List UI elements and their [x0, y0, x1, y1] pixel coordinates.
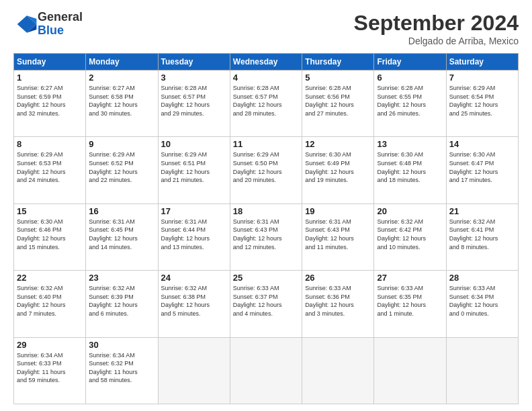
day-number: 10 [161, 139, 227, 149]
logo-general-text: General [38, 11, 83, 24]
day-cell: 3Sunrise: 6:28 AM Sunset: 6:57 PM Daylig… [158, 71, 230, 137]
day-number: 4 [233, 73, 299, 83]
day-info: Sunrise: 6:27 AM Sunset: 6:58 PM Dayligh… [89, 84, 154, 118]
day-info: Sunrise: 6:28 AM Sunset: 6:56 PM Dayligh… [305, 84, 371, 118]
day-cell: 7Sunrise: 6:29 AM Sunset: 6:54 PM Daylig… [446, 71, 518, 137]
day-info: Sunrise: 6:30 AM Sunset: 6:47 PM Dayligh… [449, 150, 515, 184]
header: General Blue September 2024 Delgado de A… [13, 11, 519, 46]
day-cell: 11Sunrise: 6:29 AM Sunset: 6:50 PM Dayli… [230, 137, 302, 203]
day-number: 1 [17, 73, 83, 83]
day-number: 20 [377, 206, 443, 216]
day-cell: 4Sunrise: 6:28 AM Sunset: 6:57 PM Daylig… [230, 71, 302, 137]
logo-icon [16, 13, 38, 35]
day-info: Sunrise: 6:28 AM Sunset: 6:57 PM Dayligh… [233, 84, 299, 118]
day-cell: 28Sunrise: 6:33 AM Sunset: 6:34 PM Dayli… [446, 271, 518, 337]
day-number: 13 [377, 139, 443, 149]
day-cell: 13Sunrise: 6:30 AM Sunset: 6:48 PM Dayli… [374, 137, 446, 203]
day-of-week-saturday: Saturday [446, 54, 518, 71]
day-number: 14 [449, 139, 515, 149]
day-cell [302, 337, 374, 404]
day-number: 23 [89, 273, 154, 283]
day-cell: 18Sunrise: 6:31 AM Sunset: 6:43 PM Dayli… [230, 203, 302, 270]
day-cell: 16Sunrise: 6:31 AM Sunset: 6:45 PM Dayli… [86, 203, 158, 270]
day-info: Sunrise: 6:33 AM Sunset: 6:34 PM Dayligh… [449, 284, 515, 318]
day-info: Sunrise: 6:29 AM Sunset: 6:50 PM Dayligh… [233, 150, 299, 184]
day-info: Sunrise: 6:29 AM Sunset: 6:51 PM Dayligh… [161, 150, 227, 184]
day-info: Sunrise: 6:31 AM Sunset: 6:45 PM Dayligh… [89, 218, 154, 251]
day-cell: 8Sunrise: 6:29 AM Sunset: 6:53 PM Daylig… [14, 137, 86, 203]
day-cell: 25Sunrise: 6:33 AM Sunset: 6:37 PM Dayli… [230, 271, 302, 337]
day-number: 19 [305, 206, 371, 216]
day-info: Sunrise: 6:30 AM Sunset: 6:48 PM Dayligh… [377, 150, 443, 184]
week-row-2: 8Sunrise: 6:29 AM Sunset: 6:53 PM Daylig… [14, 137, 519, 203]
day-info: Sunrise: 6:32 AM Sunset: 6:39 PM Dayligh… [89, 284, 154, 318]
logo-blue-text: Blue [38, 24, 83, 38]
day-info: Sunrise: 6:30 AM Sunset: 6:49 PM Dayligh… [305, 150, 371, 184]
logo-text: General Blue [38, 11, 83, 38]
day-info: Sunrise: 6:33 AM Sunset: 6:37 PM Dayligh… [233, 284, 299, 318]
header-row: SundayMondayTuesdayWednesdayThursdayFrid… [14, 54, 519, 71]
day-number: 28 [449, 273, 515, 283]
day-of-week-sunday: Sunday [14, 54, 86, 71]
day-info: Sunrise: 6:34 AM Sunset: 6:32 PM Dayligh… [89, 351, 154, 385]
day-info: Sunrise: 6:30 AM Sunset: 6:46 PM Dayligh… [17, 218, 83, 251]
day-number: 8 [17, 139, 83, 149]
page: General Blue September 2024 Delgado de A… [0, 0, 532, 411]
day-cell: 9Sunrise: 6:29 AM Sunset: 6:52 PM Daylig… [86, 137, 158, 203]
day-number: 18 [233, 206, 299, 216]
week-row-1: 1Sunrise: 6:27 AM Sunset: 6:59 PM Daylig… [14, 71, 519, 137]
day-number: 3 [161, 73, 227, 83]
day-info: Sunrise: 6:33 AM Sunset: 6:36 PM Dayligh… [305, 284, 371, 318]
day-cell: 22Sunrise: 6:32 AM Sunset: 6:40 PM Dayli… [14, 271, 86, 337]
calendar-body: 1Sunrise: 6:27 AM Sunset: 6:59 PM Daylig… [14, 71, 519, 404]
day-number: 21 [449, 206, 515, 216]
day-cell: 14Sunrise: 6:30 AM Sunset: 6:47 PM Dayli… [446, 137, 518, 203]
day-number: 2 [89, 73, 154, 83]
week-row-3: 15Sunrise: 6:30 AM Sunset: 6:46 PM Dayli… [14, 203, 519, 270]
day-of-week-thursday: Thursday [302, 54, 374, 71]
day-number: 22 [17, 273, 83, 283]
day-cell: 5Sunrise: 6:28 AM Sunset: 6:56 PM Daylig… [302, 71, 374, 137]
day-number: 12 [305, 139, 371, 149]
day-number: 29 [17, 340, 83, 350]
day-number: 16 [89, 206, 154, 216]
day-number: 6 [377, 73, 443, 83]
day-cell: 6Sunrise: 6:28 AM Sunset: 6:55 PM Daylig… [374, 71, 446, 137]
day-cell: 21Sunrise: 6:32 AM Sunset: 6:41 PM Dayli… [446, 203, 518, 270]
day-cell: 30Sunrise: 6:34 AM Sunset: 6:32 PM Dayli… [86, 337, 158, 404]
day-number: 5 [305, 73, 371, 83]
day-number: 24 [161, 273, 227, 283]
day-cell: 17Sunrise: 6:31 AM Sunset: 6:44 PM Dayli… [158, 203, 230, 270]
day-info: Sunrise: 6:32 AM Sunset: 6:40 PM Dayligh… [17, 284, 83, 318]
week-row-4: 22Sunrise: 6:32 AM Sunset: 6:40 PM Dayli… [14, 271, 519, 337]
day-cell: 20Sunrise: 6:32 AM Sunset: 6:42 PM Dayli… [374, 203, 446, 270]
day-number: 26 [305, 273, 371, 283]
day-cell: 19Sunrise: 6:31 AM Sunset: 6:43 PM Dayli… [302, 203, 374, 270]
day-cell: 23Sunrise: 6:32 AM Sunset: 6:39 PM Dayli… [86, 271, 158, 337]
day-cell: 10Sunrise: 6:29 AM Sunset: 6:51 PM Dayli… [158, 137, 230, 203]
day-info: Sunrise: 6:29 AM Sunset: 6:54 PM Dayligh… [449, 84, 515, 118]
day-number: 9 [89, 139, 154, 149]
week-row-5: 29Sunrise: 6:34 AM Sunset: 6:33 PM Dayli… [14, 337, 519, 404]
day-cell [230, 337, 302, 404]
calendar-header: SundayMondayTuesdayWednesdayThursdayFrid… [14, 54, 519, 71]
day-info: Sunrise: 6:28 AM Sunset: 6:55 PM Dayligh… [377, 84, 443, 118]
month-title: September 2024 [354, 11, 519, 36]
title-block: September 2024 Delgado de Arriba, Mexico [354, 11, 519, 46]
day-cell: 24Sunrise: 6:32 AM Sunset: 6:38 PM Dayli… [158, 271, 230, 337]
day-info: Sunrise: 6:31 AM Sunset: 6:43 PM Dayligh… [233, 218, 299, 251]
day-cell: 15Sunrise: 6:30 AM Sunset: 6:46 PM Dayli… [14, 203, 86, 270]
day-cell: 2Sunrise: 6:27 AM Sunset: 6:58 PM Daylig… [86, 71, 158, 137]
day-number: 7 [449, 73, 515, 83]
day-number: 27 [377, 273, 443, 283]
day-number: 25 [233, 273, 299, 283]
calendar-table: SundayMondayTuesdayWednesdayThursdayFrid… [13, 53, 519, 404]
day-number: 30 [89, 340, 154, 350]
day-info: Sunrise: 6:29 AM Sunset: 6:52 PM Dayligh… [89, 150, 154, 184]
day-info: Sunrise: 6:31 AM Sunset: 6:44 PM Dayligh… [161, 218, 227, 251]
day-info: Sunrise: 6:31 AM Sunset: 6:43 PM Dayligh… [305, 218, 371, 251]
day-number: 15 [17, 206, 83, 216]
day-number: 17 [161, 206, 227, 216]
day-cell: 27Sunrise: 6:33 AM Sunset: 6:35 PM Dayli… [374, 271, 446, 337]
day-info: Sunrise: 6:29 AM Sunset: 6:53 PM Dayligh… [17, 150, 83, 184]
